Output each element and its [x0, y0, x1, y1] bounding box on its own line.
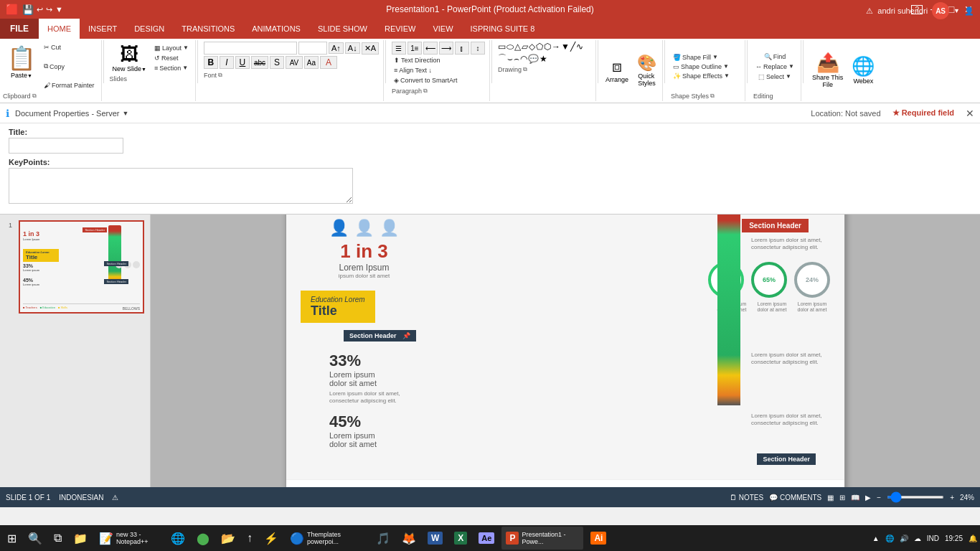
curve-icon[interactable]: ∿: [576, 42, 583, 52]
drawing-expand-icon[interactable]: ⧉: [523, 66, 527, 73]
title-prop-input[interactable]: [9, 138, 123, 154]
font-color-button[interactable]: A: [320, 56, 337, 69]
excel-btn[interactable]: X: [450, 527, 471, 550]
tab-review[interactable]: REVIEW: [376, 19, 424, 39]
word-btn[interactable]: W: [423, 527, 447, 550]
view-reading-btn[interactable]: 📖: [851, 494, 859, 501]
tab-view[interactable]: VIEW: [424, 19, 461, 39]
oval-icon[interactable]: ⬭: [507, 42, 514, 52]
clear-format-button[interactable]: ✕A: [362, 42, 379, 55]
replace-button[interactable]: ↔ Replace ▼: [753, 62, 796, 71]
zoom-slider[interactable]: [887, 496, 944, 499]
section-header-dark2[interactable]: Section Header: [757, 453, 816, 465]
bullets-button[interactable]: ☰: [392, 42, 406, 55]
columns-button[interactable]: ⫿: [455, 42, 469, 55]
section-button[interactable]: ≡ Section ▼: [152, 64, 191, 72]
notepad-btn[interactable]: 📝 new 33 - Notepad++: [95, 527, 164, 550]
save-quick-icon[interactable]: 💾: [22, 4, 34, 15]
triangle-icon[interactable]: △: [514, 42, 521, 52]
chrome-app-btn[interactable]: ⬤: [192, 527, 214, 550]
tab-home[interactable]: HOME: [39, 19, 80, 39]
education-title[interactable]: Education Lorem Title: [301, 291, 375, 323]
powerpoint-btn[interactable]: P Presentation1 - Powe...: [501, 527, 583, 550]
comments-button[interactable]: 💬 COMMENTS: [769, 494, 821, 501]
keypoints-prop-textarea[interactable]: [9, 168, 353, 204]
font-expand-icon[interactable]: ⧉: [218, 72, 222, 79]
numbering-button[interactable]: 1≡: [407, 42, 422, 55]
select-button[interactable]: ⬚ Select ▼: [756, 72, 793, 81]
copy-button[interactable]: ⧉ Copy: [42, 62, 97, 71]
notes-button[interactable]: 🗒 NOTES: [730, 494, 763, 501]
firefox-btn[interactable]: 🦊: [397, 527, 420, 550]
tab-slideshow[interactable]: SLIDE SHOW: [309, 19, 376, 39]
dropdown-icon[interactable]: ▼: [953, 7, 960, 14]
line-spacing-button[interactable]: ↕: [471, 42, 485, 55]
shape-outline-button[interactable]: ▭ Shape Outline ▼: [671, 62, 740, 71]
font-name-input[interactable]: [204, 42, 297, 55]
tab-ispring[interactable]: ISPRING SUITE 8: [462, 19, 544, 39]
view-slideshow-btn[interactable]: ▶: [865, 494, 871, 501]
callout-icon[interactable]: 💬: [528, 54, 539, 64]
convert-smartart-button[interactable]: ◈ Convert to SmartArt: [392, 76, 460, 85]
cut-button[interactable]: ✂ Cut: [42, 43, 97, 52]
view-normal-btn[interactable]: ▦: [827, 494, 834, 501]
tab-design[interactable]: DESIGN: [126, 19, 173, 39]
templates-btn[interactable]: 🔵 Themplates powerpoi...: [286, 527, 369, 550]
bold-button[interactable]: B: [204, 56, 218, 69]
more-shapes-icon[interactable]: ▼: [561, 42, 570, 52]
underline-button[interactable]: U: [235, 56, 250, 69]
rect-icon[interactable]: ▭: [498, 42, 506, 52]
star-icon[interactable]: ★: [540, 54, 547, 64]
text-direction-button[interactable]: ⬆ Text Direction: [392, 56, 443, 65]
shape-styles-expand-icon[interactable]: ⧉: [710, 93, 715, 100]
upload-btn[interactable]: ↑: [242, 527, 257, 550]
chrome-btn[interactable]: 🌐: [166, 527, 189, 550]
customize-icon[interactable]: ▼: [55, 5, 63, 14]
ai-btn[interactable]: Ai: [586, 527, 611, 550]
zoom-in-btn[interactable]: +: [950, 494, 954, 501]
pentagon-icon[interactable]: ⬠: [536, 42, 543, 52]
font-grow-button[interactable]: A↑: [329, 42, 344, 54]
clipboard-expand-icon[interactable]: ⧉: [32, 93, 37, 100]
doc-props-label[interactable]: Document Properties - Server ▼: [15, 109, 128, 118]
webex-button[interactable]: 🌐 Webex: [849, 54, 877, 86]
close-info-button[interactable]: ✕: [966, 108, 974, 119]
system-tray-arrow[interactable]: ▲: [872, 534, 880, 542]
slide-canvas[interactable]: Section Header 👤 👤 👤 1 in 3 Lorem Ipsum …: [286, 215, 845, 487]
increase-indent-button[interactable]: ⟶: [439, 42, 453, 55]
font-spacing-button[interactable]: AV: [286, 56, 303, 69]
task-view-button[interactable]: ⧉: [50, 527, 66, 550]
shape3-icon[interactable]: ⌢: [514, 54, 519, 64]
section-header-red[interactable]: Section Header: [742, 219, 809, 232]
redo-icon[interactable]: ↪: [46, 5, 52, 14]
file-tab[interactable]: FILE: [0, 19, 39, 39]
doc-props-arrow[interactable]: ▼: [123, 110, 129, 117]
diamond-icon[interactable]: ◇: [529, 42, 535, 52]
reset-button[interactable]: ↺ Reset: [152, 54, 191, 62]
line-icon[interactable]: ╱: [570, 42, 575, 52]
search-button[interactable]: 🔍: [24, 527, 47, 550]
arrange-button[interactable]: ⧈ Arrange: [603, 56, 631, 85]
arrow-right-icon[interactable]: →: [552, 42, 560, 52]
hexagon-icon[interactable]: ⬡: [544, 42, 551, 52]
zoom-out-btn[interactable]: −: [877, 494, 881, 501]
italic-button[interactable]: I: [220, 56, 234, 69]
paste-button[interactable]: 📋 Paste ▼: [3, 42, 40, 91]
shape2-icon[interactable]: ⌣: [507, 54, 513, 64]
share-file-button[interactable]: 📤 Share ThisFile: [809, 50, 846, 90]
shape-fill-button[interactable]: 🪣 Shape Fill ▼: [671, 53, 740, 62]
find-button[interactable]: 🔍 Find: [762, 52, 788, 61]
view-slide-sorter-btn[interactable]: ⊞: [839, 494, 845, 501]
tab-transitions[interactable]: TRANSITIONS: [173, 19, 243, 39]
slide-thumbnail[interactable]: Section Header 1 in 3 Lorem Ipsum Educat…: [19, 220, 144, 314]
layout-button[interactable]: ▦ Layout ▼: [152, 44, 191, 52]
new-slide-button[interactable]: 🖼 New Slide ▼: [110, 42, 149, 74]
font-shrink-button[interactable]: A↓: [345, 42, 360, 54]
start-button[interactable]: ⊞: [3, 527, 21, 550]
downloads-btn[interactable]: 📂: [217, 527, 240, 550]
font-case-button[interactable]: Aa: [304, 56, 319, 69]
section-header-dark1[interactable]: Section Header 📌: [344, 330, 416, 342]
notification-btn[interactable]: 🔔: [969, 534, 977, 542]
shape4-icon[interactable]: ◠: [520, 54, 527, 64]
strikethrough-button[interactable]: abc: [251, 56, 268, 69]
